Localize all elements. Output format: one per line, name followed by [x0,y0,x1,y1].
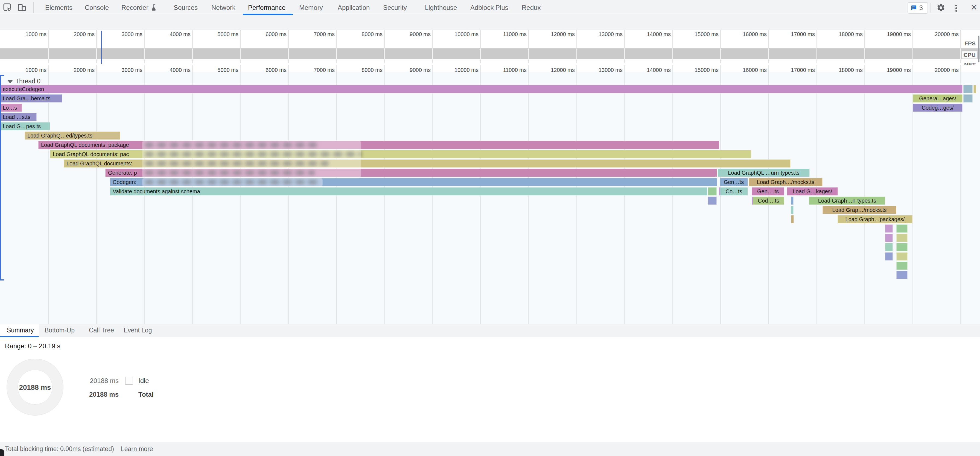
summary-tab-summary[interactable]: Summary [7,324,33,337]
legend-swatch-idle[interactable] [125,377,133,385]
flame-bar-executecodegen[interactable]: executeCodegen [0,85,963,93]
tab-sources[interactable]: Sources [173,0,198,15]
thread-header[interactable]: Thread 0 [8,76,40,86]
flame-bar-load-grap-mocks-ts[interactable]: Load Grap…/mocks.ts [822,206,896,214]
flame-bar-co-ts[interactable]: Co…ts [720,187,748,195]
flame-bar-segment[interactable] [896,234,908,242]
issues-counter-button[interactable]: 3 [908,2,928,14]
overview-cpu-gridline [528,48,529,59]
flame-bar-segment[interactable] [791,197,794,205]
legend-value-idle: 20188 ms [64,377,119,385]
selection-bracket-top-tick [0,75,5,76]
flame-bar-load-graphq-ed-types-ts[interactable]: Load GraphQ…ed/types.ts [25,132,120,140]
tab-console[interactable]: Console [85,0,109,15]
flame-bar-gen-ts[interactable]: Gen…ts [720,178,748,186]
flame-bar-segment[interactable] [896,252,908,261]
summary-tab-bottom-up[interactable]: Bottom-Up [45,324,75,337]
tab-network[interactable]: Network [212,0,235,15]
flame-bar-label: Load Graph…n-types.ts [818,198,876,204]
flame-bar-segment[interactable] [791,206,794,214]
flame-bar-load-graph-n-types-ts[interactable]: Load Graph…n-types.ts [809,197,885,205]
recorder-flask-icon [151,4,157,11]
overview-cpu-gridline [240,48,240,59]
tab-recorder[interactable]: Recorder [121,0,157,15]
timeline-overview[interactable]: 1000 ms2000 ms3000 ms4000 ms5000 ms6000 … [0,30,980,66]
flame-bar-lo-s[interactable]: Lo…s [0,103,22,112]
overview-cpu-gridline [576,48,577,59]
thread-collapse-triangle-icon [8,80,13,83]
more-options-kebab-icon[interactable] [954,3,959,12]
tab-memory[interactable]: Memory [299,0,323,15]
flame-bar-cod-ts[interactable]: Cod….ts [753,197,784,205]
lane-label-fps: FPS [963,40,977,47]
flame-bar-load-g-kages[interactable]: Load G…kages/ [787,187,838,195]
flame-bar-load-graphql-documents-package[interactable]: Load GraphQL documents: package [38,141,719,149]
overview-tick-label: 20000 ms [901,31,959,37]
flame-bar-segment[interactable] [896,262,908,270]
flame-bar-load-gra-hema-ts[interactable]: Load Gra…hema.ts [0,94,62,103]
flame-bar-segment[interactable] [885,252,893,261]
flame-bar-segment[interactable] [885,234,893,242]
flame-bar-segment[interactable] [896,271,908,279]
overview-cpu-gridline [624,48,625,59]
flame-bar-label: Load Graph…packages/ [845,216,905,222]
tabbar-divider [33,2,34,13]
settings-gear-icon[interactable] [936,3,945,12]
flame-bar-genera-ages[interactable]: Genera…ages/ [913,94,963,103]
selection-bracket-line[interactable] [0,75,1,281]
tab-application[interactable]: Application [338,0,370,15]
flame-bar-segment[interactable] [885,224,893,233]
flame-bar-label: Load Grap…/mocks.ts [832,207,887,213]
flame-bar-segment[interactable] [708,187,717,195]
flame-bar-segment[interactable] [896,243,908,251]
overview-scrollbar-thumb[interactable] [978,36,980,62]
flame-bar-segment[interactable] [708,197,717,205]
tab-redux[interactable]: Redux [522,0,541,15]
flame-chart[interactable]: 1000 ms2000 ms3000 ms4000 ms5000 ms6000 … [0,65,980,324]
tab-security[interactable]: Security [383,0,407,15]
selected-tab-underline [243,14,293,15]
flame-bar-label: Load GraphQL documents: pac [53,151,129,157]
tab-adblock-plus[interactable]: Adblock Plus [470,0,508,15]
flame-bar-load-graph-mocks-ts[interactable]: Load Graph…/mocks.ts [749,178,822,186]
flame-bar-label: Load Graph…/mocks.ts [757,179,814,185]
flame-bar-segment[interactable] [791,215,794,223]
flame-bar-load-graph-packages[interactable]: Load Graph…packages/ [838,215,912,223]
flame-bar-validate-documents-against-schema[interactable]: Validate documents against schema [110,187,707,195]
flame-bar-label: Load G…kages/ [793,188,832,194]
learn-more-link[interactable]: Learn more [121,445,153,453]
flame-bar-label: Codegen: [113,179,137,185]
lane-label-cpu: CPU [962,51,977,59]
legend-value-total: 20188 ms [64,390,119,399]
tab-performance[interactable]: Performance [248,0,285,15]
inspect-element-icon[interactable] [3,3,13,13]
flame-bar-codeg-ges[interactable]: Codeg…ges/ [913,103,963,112]
flame-bar-segment[interactable] [963,94,973,103]
close-devtools-icon[interactable]: × [968,0,980,15]
flame-bar-segment[interactable] [885,243,893,251]
summary-donut-chart: 20188 ms [6,359,64,416]
flame-tick-label: 20000 ms [901,67,959,73]
flame-bar-segment[interactable] [974,85,976,93]
issues-chat-icon [910,5,917,11]
flame-bar-load-s-ts[interactable]: Load …s.ts [0,113,37,121]
flame-bar-label: Cod….ts [758,198,779,204]
flame-bar-label: executeCodegen [3,86,44,92]
overview-cpu-gridline [384,48,385,59]
range-label: Range: 0 – 20.19 s [5,342,60,350]
flame-bar-label: Generate: p [108,170,137,176]
device-toolbar-icon[interactable] [16,3,27,13]
flame-bar-label: Load GraphQL …urn-types.ts [728,170,800,176]
overview-cursor-line[interactable] [101,31,102,64]
flame-bar-segment[interactable] [963,85,973,93]
summary-tab-event-log[interactable]: Event Log [124,324,152,337]
overview-cpu-gridline [672,48,673,59]
flame-bar-segment[interactable] [896,224,908,233]
summary-tab-call-tree[interactable]: Call Tree [89,324,114,337]
flame-bar-load-g-pes-ts[interactable]: Load G…pes.ts [0,122,50,130]
redaction-haze [142,140,361,178]
flame-bar-load-graphql-urn-types-ts[interactable]: Load GraphQL …urn-types.ts [718,169,810,177]
flame-bar-gen-ts[interactable]: Gen….ts [752,187,784,195]
tab-lighthouse[interactable]: Lighthouse [425,0,457,15]
tab-elements[interactable]: Elements [45,0,72,15]
